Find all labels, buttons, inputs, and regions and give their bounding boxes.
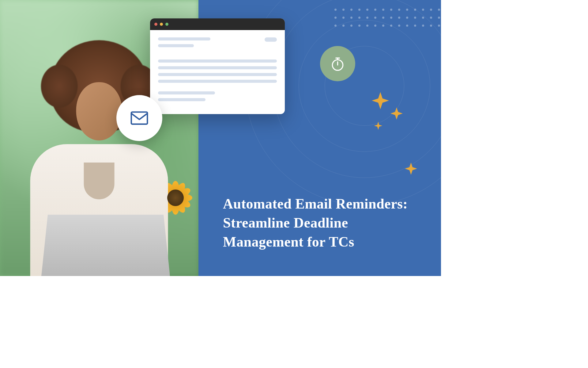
sparkle-icon (372, 92, 389, 109)
dot-grid-decoration (334, 9, 441, 28)
sparkle-icon (390, 107, 403, 120)
svg-rect-4 (131, 112, 148, 124)
window-dot-green (165, 23, 168, 26)
email-body-placeholder (150, 30, 285, 114)
laptop (41, 215, 170, 276)
window-dot-red (154, 23, 157, 26)
sparkle-icon (374, 121, 383, 130)
stopwatch-icon (320, 46, 355, 81)
email-window-illustration (150, 18, 285, 114)
sparkle-icon (405, 163, 417, 175)
mail-icon (116, 95, 162, 141)
window-dot-yellow (160, 23, 163, 26)
window-titlebar (150, 18, 285, 30)
